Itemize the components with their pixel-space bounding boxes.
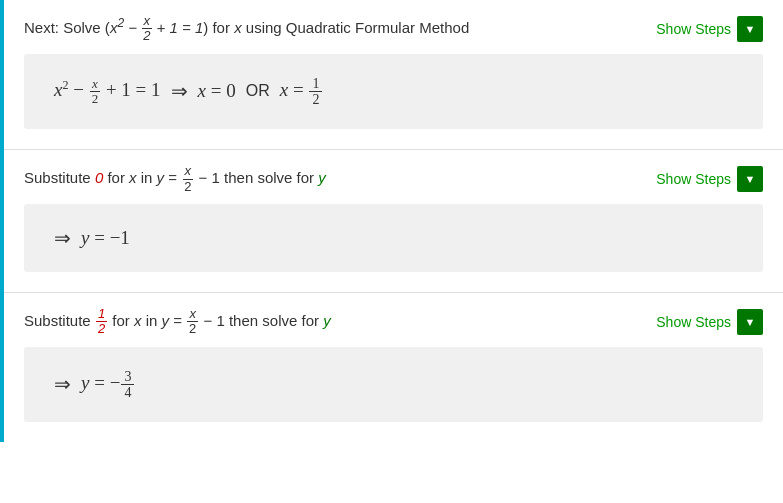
substitute-value-2: 0	[95, 169, 103, 186]
section-1-math: x2 − x2 + 1 = 1 ⇒ x = 0 OR x = 12	[54, 76, 733, 108]
dropdown-button-1[interactable]	[737, 16, 763, 42]
section-1-actions: Show Steps	[656, 16, 763, 42]
or-label: OR	[246, 82, 270, 100]
substitute-value-3: 12	[95, 312, 108, 329]
section-2: Substitute 0 for x in y = x2 − 1 then so…	[4, 150, 783, 292]
section-2-result: ⇒ y = −1	[24, 204, 763, 272]
section-1: Next: Solve (x2 − x2 + 1 = 1) for x usin…	[4, 0, 783, 149]
section-2-math: ⇒ y = −1	[54, 226, 733, 250]
section-1-description: Next: Solve (x2 − x2 + 1 = 1) for x usin…	[24, 14, 656, 44]
section-1-result: x2 − x2 + 1 = 1 ⇒ x = 0 OR x = 12	[24, 54, 763, 130]
expr3-sol: y = −34	[81, 369, 135, 401]
expr-x2: x2 − x2 + 1 = 1	[110, 19, 203, 36]
solve-var-3: y	[323, 312, 331, 329]
section-2-description: Substitute 0 for x in y = x2 − 1 then so…	[24, 164, 656, 194]
expr1-left: x2 − x2 + 1 = 1	[54, 77, 161, 107]
expr1-sol2: x = 12	[280, 76, 324, 108]
solve-var-2: y	[318, 169, 326, 186]
section-2-header: Substitute 0 for x in y = x2 − 1 then so…	[24, 164, 763, 194]
section-3: Substitute 12 for x in y = x2 − 1 then s…	[4, 293, 783, 442]
show-steps-button-1[interactable]: Show Steps	[656, 21, 731, 37]
expr1-sol1: x = 0	[198, 80, 236, 102]
arrow-1: ⇒	[171, 79, 188, 103]
arrow-2: ⇒	[54, 226, 71, 250]
dropdown-button-2[interactable]	[737, 166, 763, 192]
arrow-3: ⇒	[54, 372, 71, 396]
section-3-result: ⇒ y = −34	[24, 347, 763, 423]
section-1-header: Next: Solve (x2 − x2 + 1 = 1) for x usin…	[24, 14, 763, 44]
show-steps-button-3[interactable]: Show Steps	[656, 314, 731, 330]
section-3-actions: Show Steps	[656, 309, 763, 335]
dropdown-button-3[interactable]	[737, 309, 763, 335]
section-3-header: Substitute 12 for x in y = x2 − 1 then s…	[24, 307, 763, 337]
section-3-description: Substitute 12 for x in y = x2 − 1 then s…	[24, 307, 656, 337]
section-2-actions: Show Steps	[656, 166, 763, 192]
show-steps-button-2[interactable]: Show Steps	[656, 171, 731, 187]
section-3-math: ⇒ y = −34	[54, 369, 733, 401]
expr2-sol: y = −1	[81, 227, 130, 249]
page-container: Next: Solve (x2 − x2 + 1 = 1) for x usin…	[0, 0, 783, 442]
